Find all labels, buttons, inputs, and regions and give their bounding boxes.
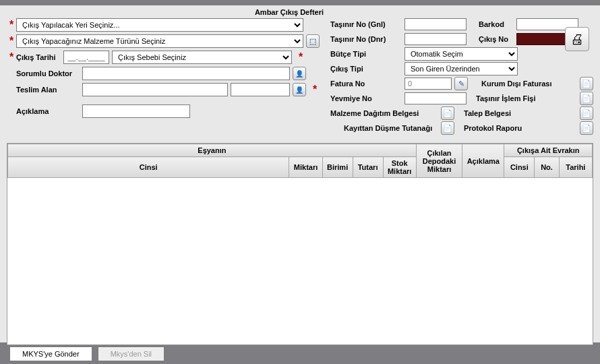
print-icon[interactable] bbox=[565, 27, 589, 51]
right-form: Taşınır No (Gnl) Barkod Taşınır No (Dnr)… bbox=[324, 9, 593, 136]
cikis-no-label: Çıkış No bbox=[479, 35, 516, 43]
col-birimi: Birimi bbox=[322, 157, 353, 178]
tasinir-gnl-label: Taşınır No (Gnl) bbox=[330, 20, 404, 28]
col-esyanin: Eşyanın bbox=[8, 144, 417, 157]
teslim-alan-input-2[interactable] bbox=[231, 83, 290, 96]
teslim-alan-label: Teslim Alan bbox=[16, 86, 82, 94]
butce-tipi-label: Bütçe Tipi bbox=[330, 50, 404, 58]
required-icon: * bbox=[310, 85, 320, 94]
wand-icon[interactable] bbox=[454, 77, 468, 90]
aciklama-input[interactable] bbox=[82, 104, 190, 118]
select-malzeme-turu[interactable]: Çıkış Yapacağınız Malzeme Türünü Seçiniz bbox=[16, 34, 303, 48]
tasinir-gnl-input[interactable] bbox=[404, 18, 467, 30]
doc-icon[interactable] bbox=[580, 107, 593, 120]
select-cikis-sebebi[interactable]: Çıkış Sebebi Seçiniz bbox=[112, 51, 292, 64]
grid-header: Eşyanın Çıkılan Depodaki Miktarı Açıklam… bbox=[7, 144, 593, 178]
person-icon[interactable] bbox=[293, 67, 306, 80]
yevmiye-no-input[interactable] bbox=[404, 92, 467, 104]
required-icon: * bbox=[296, 53, 305, 62]
doc-icon[interactable] bbox=[580, 77, 593, 90]
col-cikilan-depodaki: Çıkılan Depodaki Miktarı bbox=[416, 144, 462, 178]
teslim-alan-input-1[interactable] bbox=[82, 83, 228, 96]
malzeme-dagitim-label: Malzeme Dağıtım Belgesi bbox=[330, 109, 438, 117]
data-grid: Eşyanın Çıkılan Depodaki Miktarı Açıklam… bbox=[7, 143, 593, 345]
cube-icon[interactable] bbox=[306, 34, 320, 48]
page-title: Ambar Çıkış Defteri bbox=[255, 8, 324, 16]
col-miktari: Miktarı bbox=[289, 157, 322, 178]
required-icon: * bbox=[7, 53, 16, 62]
yevmiye-no-label: Yevmiye No bbox=[330, 94, 404, 102]
tasinir-dnr-input[interactable] bbox=[404, 33, 467, 45]
cikis-tarihi-label: Çıkış Tarihi bbox=[16, 53, 63, 61]
required-icon: * bbox=[7, 36, 16, 46]
fatura-no-input[interactable] bbox=[404, 78, 452, 90]
tasinir-dnr-label: Taşınır No (Dnr) bbox=[330, 35, 404, 43]
sorumlu-doktor-input[interactable] bbox=[82, 67, 290, 80]
doc-icon[interactable] bbox=[441, 121, 454, 135]
doc-icon[interactable] bbox=[580, 92, 593, 105]
col-ev-no: No. bbox=[535, 157, 559, 178]
left-form: Ambar Çıkış Defteri * Çıkış Yapılacak Ye… bbox=[7, 9, 324, 136]
mkys-sil-button: Mkys'den Sil bbox=[98, 346, 164, 361]
butce-tipi-select[interactable]: Otomatik Seçim bbox=[404, 47, 518, 61]
kayittan-dusme-label: Kayıttan Düşme Tutanağı bbox=[344, 124, 438, 132]
select-cikis-yeri[interactable]: Çıkış Yapılacak Yeri Seçiniz... bbox=[16, 18, 303, 32]
barkod-label: Barkod bbox=[479, 20, 516, 28]
doc-icon[interactable] bbox=[580, 121, 593, 135]
cikis-tarihi-input[interactable] bbox=[63, 51, 109, 64]
col-cikisa-ait: Çıkışa Ait Evrakın bbox=[504, 144, 593, 157]
tasinir-fisi-label: Taşınır İşlem Fişi bbox=[476, 94, 535, 102]
cikis-tipi-select[interactable]: Son Giren Üzerinden bbox=[404, 62, 518, 75]
sorumlu-doktor-label: Sorumlu Doktor bbox=[16, 69, 82, 78]
mkys-gonder-button[interactable]: MKYS'ye Gönder bbox=[9, 346, 92, 361]
col-ev-tarihi: Tarihi bbox=[559, 157, 592, 178]
grid-body-empty[interactable] bbox=[7, 178, 593, 345]
cikis-tipi-label: Çıkış Tipi bbox=[330, 65, 404, 73]
col-tutari: Tutarı bbox=[353, 157, 383, 178]
talep-belgesi-label: Talep Belgesi bbox=[464, 109, 511, 117]
required-icon: * bbox=[7, 20, 16, 30]
col-cinsi: Cinsi bbox=[8, 157, 289, 178]
col-stok-miktari: Stok Miktarı bbox=[383, 157, 416, 178]
doc-icon[interactable] bbox=[441, 107, 454, 120]
col-ev-cinsi: Cinsi bbox=[504, 157, 535, 178]
col-aciklama: Açıklama bbox=[462, 144, 504, 178]
fatura-no-label: Fatura No bbox=[330, 80, 404, 88]
protokol-raporu-label: Protokol Raporu bbox=[464, 124, 522, 132]
person-icon[interactable] bbox=[293, 83, 306, 96]
aciklama-label: Açıklama bbox=[16, 107, 82, 115]
kurum-disi-label: Kurum Dışı Faturası bbox=[481, 80, 552, 88]
